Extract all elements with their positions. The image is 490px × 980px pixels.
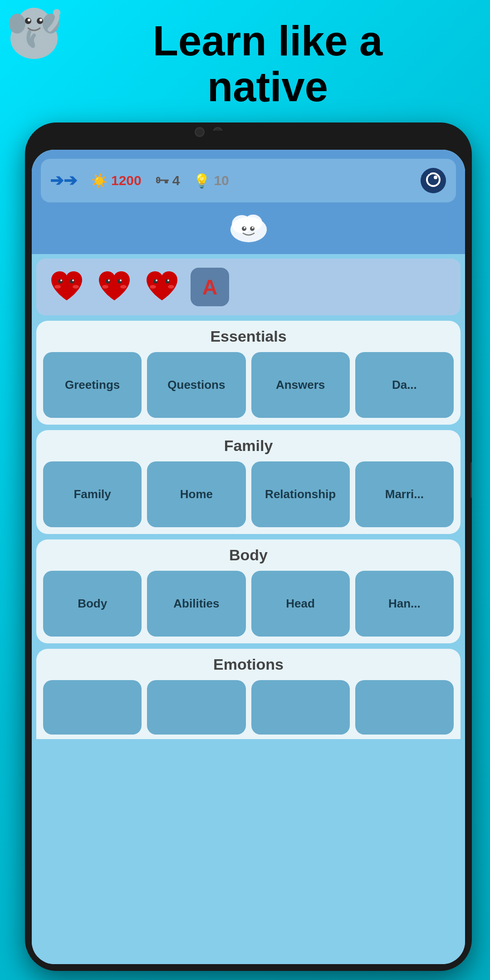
svg-point-31 xyxy=(120,285,127,289)
card-emotion-3[interactable] xyxy=(251,680,350,735)
svg-point-26 xyxy=(106,279,110,284)
bulb-value: 10 xyxy=(214,173,229,188)
essentials-cards: Greetings Questions Answers Da... xyxy=(43,352,454,418)
svg-point-33 xyxy=(165,279,170,284)
card-abilities[interactable]: Abilities xyxy=(147,571,245,637)
phone-side-button xyxy=(470,462,472,498)
svg-point-20 xyxy=(58,279,63,284)
key-value: 4 xyxy=(172,173,180,188)
svg-point-34 xyxy=(156,279,157,281)
card-head[interactable]: Head xyxy=(251,571,350,637)
key-icon: 🗝 xyxy=(155,173,169,188)
card-emotion-4[interactable] xyxy=(355,680,454,735)
body-cards: Body Abilities Head Han... xyxy=(43,571,454,637)
body-title: Body xyxy=(43,546,454,564)
svg-point-12 xyxy=(434,176,437,179)
bulb-icon: 💡 xyxy=(193,173,210,189)
emotions-section: Emotions xyxy=(36,649,461,739)
body-section: Body Body Abilities Head Han... xyxy=(36,539,461,643)
card-greetings[interactable]: Greetings xyxy=(43,352,142,418)
headline-line1: Learn like a xyxy=(153,18,382,64)
svg-point-21 xyxy=(70,279,74,284)
cloud-mascot xyxy=(41,202,456,247)
headline-line2: native xyxy=(207,64,328,110)
family-cards: Family Home Relationship Marri... xyxy=(43,461,454,527)
svg-point-37 xyxy=(168,285,174,289)
emotions-title: Emotions xyxy=(43,656,454,673)
svg-point-36 xyxy=(150,285,156,289)
essentials-section: Essentials Greetings Questions Answers D… xyxy=(36,321,461,425)
card-emotion-2[interactable] xyxy=(147,680,245,735)
card-home[interactable]: Home xyxy=(147,461,245,527)
card-relationship[interactable]: Relationship xyxy=(251,461,350,527)
svg-point-22 xyxy=(60,279,62,281)
camera-left xyxy=(195,127,205,137)
eye-icon[interactable] xyxy=(420,167,447,194)
svg-point-18 xyxy=(244,227,245,229)
family-section: Family Family Home Relationship Marri... xyxy=(36,430,461,534)
emotions-cards xyxy=(43,680,454,735)
phone-notch xyxy=(208,131,289,140)
svg-point-25 xyxy=(73,285,79,289)
svg-point-27 xyxy=(118,279,122,284)
svg-point-29 xyxy=(120,279,122,281)
card-hands[interactable]: Han... xyxy=(355,571,454,637)
card-questions[interactable]: Questions xyxy=(147,352,245,418)
letter-button[interactable]: A xyxy=(191,268,229,306)
svg-point-23 xyxy=(72,279,74,281)
svg-point-30 xyxy=(102,285,108,289)
headline: Learn like a native xyxy=(68,18,467,110)
sun-stat[interactable]: ☀️ 1200 xyxy=(91,173,142,189)
phone-screen: ➔➔ ☀️ 1200 🗝 4 💡 10 xyxy=(32,150,465,964)
phone-frame: ➔➔ ☀️ 1200 🗝 4 💡 10 xyxy=(25,122,472,971)
letter-label: A xyxy=(202,275,217,299)
screen-content[interactable]: ➔➔ ☀️ 1200 🗝 4 💡 10 xyxy=(32,150,465,964)
card-family[interactable]: Family xyxy=(43,461,142,527)
svg-point-11 xyxy=(428,174,439,185)
card-body[interactable]: Body xyxy=(43,571,142,637)
header-area: Learn like a native xyxy=(0,0,490,141)
svg-point-19 xyxy=(252,227,254,229)
essentials-title: Essentials xyxy=(43,328,454,345)
stats-row: ➔➔ ☀️ 1200 🗝 4 💡 10 xyxy=(41,159,456,202)
family-title: Family xyxy=(43,437,454,455)
card-emotion-1[interactable] xyxy=(43,680,142,735)
lives-section: A xyxy=(32,259,465,315)
heart-3 xyxy=(143,268,181,306)
heart-1 xyxy=(48,268,86,306)
lives-row: A xyxy=(36,259,461,315)
sun-value: 1200 xyxy=(111,173,142,188)
card-marriage[interactable]: Marri... xyxy=(355,461,454,527)
svg-point-35 xyxy=(167,279,169,281)
app-header: ➔➔ ☀️ 1200 🗝 4 💡 10 xyxy=(32,150,465,254)
svg-point-32 xyxy=(153,279,158,284)
card-answers[interactable]: Answers xyxy=(251,352,350,418)
key-stat[interactable]: 🗝 4 xyxy=(155,173,180,188)
svg-point-24 xyxy=(54,285,61,289)
svg-point-28 xyxy=(108,279,110,281)
heart-2 xyxy=(95,268,134,306)
sun-icon: ☀️ xyxy=(91,173,108,189)
card-days[interactable]: Da... xyxy=(355,352,454,418)
bulb-stat[interactable]: 💡 10 xyxy=(193,173,229,189)
arrows-icon[interactable]: ➔➔ xyxy=(50,171,77,190)
